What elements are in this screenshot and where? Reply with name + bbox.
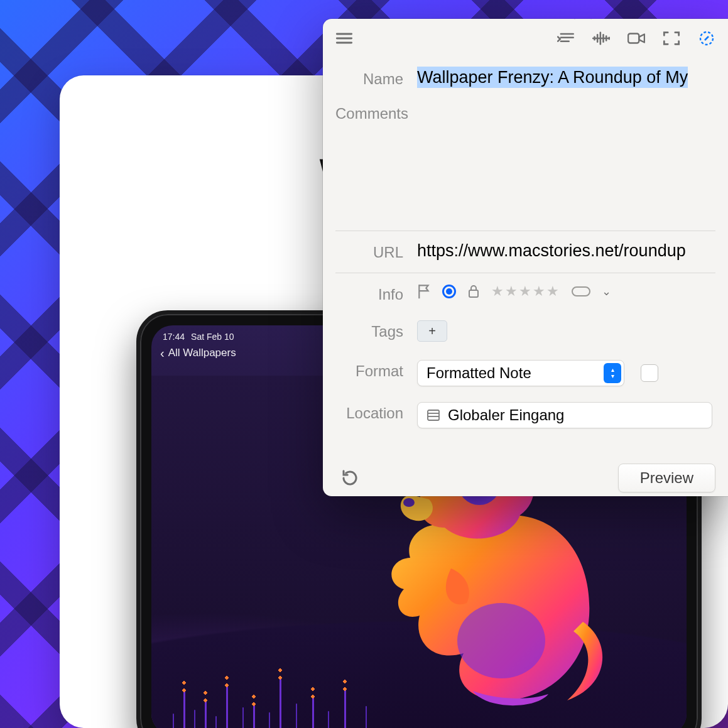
ipad-back-label: All Wallpapers <box>168 347 236 359</box>
ipad-status-date: Sat Feb 10 <box>191 332 234 342</box>
name-label: Name <box>335 68 417 88</box>
location-row: Location Globaler Eingang <box>335 398 715 440</box>
location-label: Location <box>335 402 417 422</box>
comments-textarea[interactable] <box>422 102 715 215</box>
fullscreen-corners-icon[interactable] <box>663 31 680 46</box>
rating-stars[interactable]: ★★★★★ <box>491 283 560 300</box>
location-select[interactable]: Globaler Eingang <box>417 402 712 428</box>
chevron-down-icon[interactable]: ⌄ <box>602 285 611 298</box>
reload-icon[interactable] <box>340 469 359 487</box>
info-label: Info <box>335 283 417 303</box>
clip-info-panel: Name Wallpaper Frenzy: A Roundup of My C… <box>323 19 728 496</box>
url-input[interactable]: https://www.macstories.net/roundup <box>417 241 715 261</box>
panel-toolbar <box>323 19 728 58</box>
chevron-left-icon: ‹ <box>160 347 165 359</box>
format-checkbox[interactable] <box>641 364 658 382</box>
waveform-icon[interactable] <box>592 31 610 46</box>
tags-label: Tags <box>335 320 417 340</box>
svg-rect-19 <box>469 290 478 297</box>
name-row: Name Wallpaper Frenzy: A Roundup of My <box>335 58 715 99</box>
format-select[interactable]: Formatted Note ▴▾ <box>417 360 624 386</box>
add-tag-button[interactable]: + <box>417 320 447 342</box>
lock-icon[interactable] <box>467 284 480 299</box>
flag-icon[interactable] <box>417 284 431 299</box>
tags-row: Tags + <box>335 315 715 356</box>
svg-point-3 <box>403 498 415 507</box>
format-row: Format Formatted Note ▴▾ <box>335 356 715 398</box>
name-value-selected: Wallpaper Frenzy: A Roundup of My <box>417 67 688 88</box>
list-view-icon[interactable] <box>335 31 353 46</box>
comments-label: Comments <box>335 102 422 122</box>
select-stepper-icon: ▴▾ <box>604 363 621 383</box>
panel-footer: Preview <box>323 452 728 496</box>
format-value: Formatted Note <box>426 364 531 382</box>
info-row: Info ★★★★★ ⌄ <box>335 273 715 315</box>
video-icon[interactable] <box>627 31 645 46</box>
comments-row: Comments <box>335 99 715 231</box>
inbox-folder-icon <box>426 408 440 422</box>
label-pill-icon[interactable] <box>572 286 590 296</box>
url-label: URL <box>335 241 417 261</box>
format-label: Format <box>335 360 417 380</box>
panel-pointer-caret <box>574 19 592 20</box>
name-input[interactable]: Wallpaper Frenzy: A Roundup of My <box>417 67 688 88</box>
location-value: Globaler Eingang <box>448 406 564 424</box>
preview-button[interactable]: Preview <box>618 464 715 492</box>
svg-rect-20 <box>428 410 439 420</box>
url-row: URL https://www.macstories.net/roundup <box>335 231 715 273</box>
safari-compass-icon[interactable] <box>698 31 715 46</box>
ipad-status-time: 17:44 <box>163 332 185 342</box>
label-color-dot[interactable] <box>442 285 456 298</box>
svg-point-0 <box>457 603 545 678</box>
declutter-text-icon[interactable] <box>557 31 575 46</box>
svg-rect-17 <box>628 33 639 43</box>
